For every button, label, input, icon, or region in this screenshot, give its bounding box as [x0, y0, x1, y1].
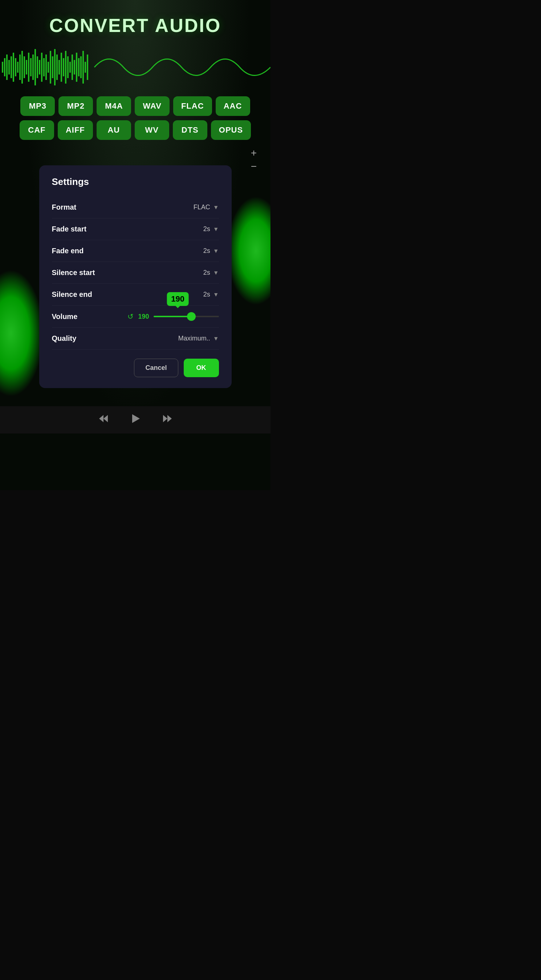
- svg-rect-37: [82, 51, 84, 84]
- silence-start-value: 2s: [174, 269, 210, 277]
- volume-value: 190: [138, 313, 149, 320]
- settings-row-silence-end: Silence end 2s ▼: [52, 284, 219, 305]
- quality-arrow-icon: ▼: [213, 336, 219, 342]
- svg-rect-18: [41, 52, 43, 82]
- svg-rect-25: [56, 54, 58, 80]
- svg-rect-4: [11, 56, 12, 78]
- svg-rect-30: [67, 56, 69, 78]
- svg-rect-13: [30, 58, 32, 76]
- cancel-button[interactable]: Cancel: [134, 359, 178, 377]
- silence-end-arrow-icon: ▼: [213, 291, 219, 298]
- volume-tooltip: 190: [167, 292, 189, 306]
- svg-rect-11: [26, 60, 27, 75]
- settings-title: Settings: [52, 176, 219, 188]
- fade-end-label: Fade end: [52, 247, 84, 255]
- waveform-display: [0, 47, 271, 87]
- svg-rect-36: [80, 56, 82, 78]
- fade-start-label: Fade start: [52, 225, 87, 233]
- format-row-2: CAF AIFF AU WV DTS OPUS: [7, 120, 263, 140]
- settings-row-fade-end: Fade end 2s ▼: [52, 240, 219, 262]
- zoom-in-button[interactable]: +: [248, 147, 260, 159]
- svg-rect-15: [35, 49, 36, 85]
- settings-row-format: Format FLAC ▼: [52, 197, 219, 218]
- format-btn-mp3[interactable]: MP3: [20, 96, 55, 116]
- rewind-button[interactable]: [98, 414, 109, 426]
- forward-button[interactable]: [162, 414, 173, 426]
- settings-row-volume: Volume 190 ↺ 190: [52, 305, 219, 328]
- svg-rect-0: [2, 62, 3, 73]
- svg-marker-43: [163, 415, 167, 422]
- player-bar: [0, 406, 271, 433]
- format-btn-flac[interactable]: FLAC: [173, 96, 212, 116]
- format-btn-opus[interactable]: OPUS: [211, 120, 251, 140]
- silence-start-arrow-icon: ▼: [213, 270, 219, 276]
- fade-start-dropdown[interactable]: 2s ▼: [174, 225, 219, 233]
- svg-rect-14: [32, 54, 34, 80]
- silence-start-dropdown[interactable]: 2s ▼: [174, 269, 219, 277]
- svg-rect-23: [52, 56, 53, 78]
- fade-end-arrow-icon: ▼: [213, 248, 219, 255]
- format-btn-m4a[interactable]: M4A: [97, 96, 131, 116]
- format-btn-aiff[interactable]: AIFF: [58, 120, 93, 140]
- settings-row-silence-start: Silence start 2s ▼: [52, 262, 219, 284]
- format-btn-wv[interactable]: WV: [135, 120, 169, 140]
- settings-modal: Settings Format FLAC ▼ Fade start 2s ▼ F…: [39, 165, 232, 388]
- zoom-controls: + −: [248, 147, 260, 172]
- svg-rect-7: [17, 62, 19, 73]
- format-btn-au[interactable]: AU: [97, 120, 131, 140]
- play-button[interactable]: [130, 414, 141, 426]
- svg-rect-35: [78, 58, 79, 76]
- svg-rect-1: [4, 58, 5, 76]
- svg-rect-28: [63, 58, 64, 76]
- format-row-1: MP3 MP2 M4A WAV FLAC AAC: [7, 96, 263, 116]
- fade-start-arrow-icon: ▼: [213, 226, 219, 232]
- format-label: Format: [52, 203, 77, 212]
- svg-rect-32: [71, 54, 73, 80]
- app-title: CONVERT AUDIO: [49, 14, 221, 37]
- format-button-group: MP3 MP2 M4A WAV FLAC AAC CAF AIFF AU WV …: [0, 96, 271, 140]
- svg-rect-20: [45, 54, 47, 80]
- svg-marker-44: [167, 415, 172, 422]
- svg-rect-31: [69, 62, 71, 73]
- volume-slider[interactable]: [154, 316, 219, 317]
- svg-rect-33: [74, 60, 75, 75]
- volume-reset-icon[interactable]: ↺: [127, 312, 133, 321]
- svg-rect-38: [85, 62, 86, 73]
- svg-rect-8: [19, 54, 21, 80]
- svg-rect-34: [76, 52, 77, 82]
- format-arrow-icon: ▼: [213, 204, 219, 211]
- svg-marker-42: [132, 414, 140, 423]
- volume-slider-thumb[interactable]: [187, 312, 196, 321]
- fade-end-dropdown[interactable]: 2s ▼: [174, 247, 219, 255]
- svg-rect-26: [59, 60, 60, 75]
- svg-rect-3: [8, 60, 10, 75]
- fade-end-value: 2s: [174, 247, 210, 255]
- silence-start-label: Silence start: [52, 269, 95, 277]
- action-buttons: Cancel OK: [52, 359, 219, 377]
- svg-rect-27: [60, 52, 62, 82]
- fade-start-value: 2s: [174, 225, 210, 233]
- format-btn-wav[interactable]: WAV: [135, 96, 169, 116]
- format-dropdown[interactable]: FLAC ▼: [174, 204, 219, 211]
- format-btn-dts[interactable]: DTS: [173, 120, 207, 140]
- format-btn-caf[interactable]: CAF: [20, 120, 54, 140]
- quality-label: Quality: [52, 334, 77, 343]
- svg-rect-9: [21, 51, 23, 84]
- svg-rect-17: [39, 60, 40, 75]
- svg-rect-22: [50, 51, 51, 84]
- zoom-out-button[interactable]: −: [248, 161, 260, 172]
- settings-row-fade-start: Fade start 2s ▼: [52, 218, 219, 240]
- format-value: FLAC: [174, 204, 210, 211]
- svg-rect-24: [54, 49, 56, 85]
- format-btn-aac[interactable]: AAC: [216, 96, 250, 116]
- quality-dropdown[interactable]: Maximum.. ▼: [174, 335, 219, 342]
- svg-rect-6: [15, 58, 16, 76]
- format-btn-mp2[interactable]: MP2: [59, 96, 93, 116]
- svg-rect-12: [28, 52, 29, 82]
- svg-rect-21: [48, 62, 49, 73]
- svg-rect-19: [43, 58, 44, 76]
- quality-value: Maximum..: [174, 335, 210, 342]
- svg-rect-39: [87, 54, 88, 80]
- volume-controls: 190 ↺ 190: [127, 312, 219, 321]
- ok-button[interactable]: OK: [184, 359, 219, 377]
